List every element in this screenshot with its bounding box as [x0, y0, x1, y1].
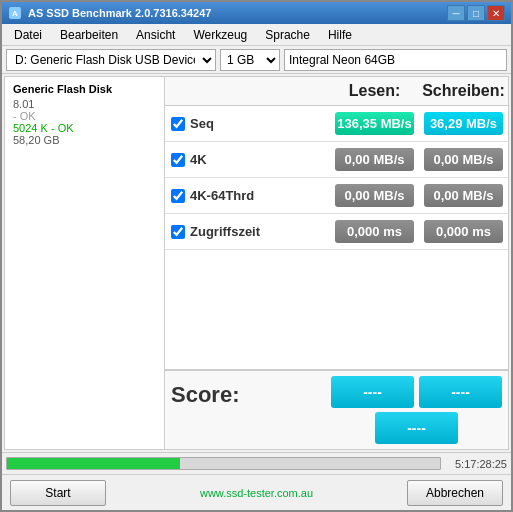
4k64-write-value: 0,00 MB/s	[424, 184, 503, 207]
maximize-button[interactable]: □	[467, 5, 485, 21]
bench-rows: Seq 136,35 MB/s 36,29 MB/s 4K	[165, 106, 508, 369]
svg-text:A: A	[12, 9, 18, 18]
device-version: 8.01	[13, 98, 156, 110]
access-read-value: 0,000 ms	[335, 220, 414, 243]
start-button[interactable]: Start	[10, 480, 106, 506]
title-bar: A AS SSD Benchmark 2.0.7316.34247 ─ □ ✕	[2, 2, 511, 24]
progress-time: 5:17:28:25	[447, 458, 507, 470]
menu-item-werkzeug[interactable]: Werkzeug	[185, 26, 255, 44]
label-input[interactable]	[284, 49, 507, 71]
4k64-checkbox[interactable]	[171, 189, 185, 203]
progress-bar-container	[6, 457, 441, 470]
device-size: 58,20 GB	[13, 134, 156, 146]
write-score: ----	[419, 376, 502, 408]
app-title: AS SSD Benchmark 2.0.7316.34247	[28, 7, 211, 19]
close-button[interactable]: ✕	[487, 5, 505, 21]
4k64-write-cell: 0,00 MB/s	[419, 181, 508, 210]
row-label-area: Seq	[165, 116, 330, 131]
status1: - OK	[13, 110, 156, 122]
menu-bar: DateiBearbeitenAnsichtWerkzeugSpracheHil…	[2, 24, 511, 46]
read-header: Lesen:	[330, 77, 419, 105]
total-score: ----	[375, 412, 457, 444]
table-row: 4K-64Thrd 0,00 MB/s 0,00 MB/s	[165, 178, 508, 214]
menu-item-sprache[interactable]: Sprache	[257, 26, 318, 44]
row-label: Seq	[190, 116, 214, 131]
score-label: Score:	[171, 376, 331, 406]
4k-read-cell: 0,00 MB/s	[330, 145, 419, 174]
row-label: Zugriffszeit	[190, 224, 260, 239]
row-label-area: 4K	[165, 152, 330, 167]
watermark: www.ssd-tester.com.au	[200, 487, 313, 499]
drive-select[interactable]: D: Generic Flash Disk USB Device	[6, 49, 216, 71]
row-label-area: Zugriffszeit	[165, 224, 330, 239]
seq-read-value: 136,35 MB/s	[335, 112, 414, 135]
4k64-read-cell: 0,00 MB/s	[330, 181, 419, 210]
score-bottom-row: ----	[331, 412, 502, 444]
toolbar: D: Generic Flash Disk USB Device 1 GB	[2, 46, 511, 74]
write-header: Schreiben:	[419, 77, 508, 105]
status2: 5024 K - OK	[13, 122, 156, 134]
4k-checkbox[interactable]	[171, 153, 185, 167]
score-section: Score: ---- ---- ----	[165, 369, 508, 449]
minimize-button[interactable]: ─	[447, 5, 465, 21]
bench-headers: Lesen: Schreiben:	[165, 77, 508, 106]
4k-read-value: 0,00 MB/s	[335, 148, 414, 171]
menu-item-datei[interactable]: Datei	[6, 26, 50, 44]
title-controls: ─ □ ✕	[447, 5, 505, 21]
row-label: 4K	[190, 152, 207, 167]
cancel-button[interactable]: Abbrechen	[407, 480, 503, 506]
access-read-cell: 0,000 ms	[330, 217, 419, 246]
access-checkbox[interactable]	[171, 225, 185, 239]
left-panel: Generic Flash Disk 8.01 - OK 5024 K - OK…	[5, 77, 165, 449]
bottom-bar: Start www.ssd-tester.com.au Abbrechen	[2, 474, 511, 510]
read-score: ----	[331, 376, 414, 408]
progress-row: 5:17:28:25	[2, 452, 511, 474]
seq-write-value: 36,29 MB/s	[424, 112, 503, 135]
seq-read-cell: 136,35 MB/s	[330, 109, 419, 138]
content-area: Generic Flash Disk 8.01 - OK 5024 K - OK…	[4, 76, 509, 450]
score-boxes: ---- ---- ----	[331, 376, 502, 444]
row-label: 4K-64Thrd	[190, 188, 254, 203]
progress-bar-fill	[7, 458, 180, 469]
menu-item-bearbeiten[interactable]: Bearbeiten	[52, 26, 126, 44]
4k64-read-value: 0,00 MB/s	[335, 184, 414, 207]
app-window: A AS SSD Benchmark 2.0.7316.34247 ─ □ ✕ …	[0, 0, 513, 512]
menu-item-hilfe[interactable]: Hilfe	[320, 26, 360, 44]
seq-write-cell: 36,29 MB/s	[419, 109, 508, 138]
device-name: Generic Flash Disk	[13, 83, 156, 95]
row-label-area: 4K-64Thrd	[165, 188, 330, 203]
4k-write-cell: 0,00 MB/s	[419, 145, 508, 174]
menu-item-ansicht[interactable]: Ansicht	[128, 26, 183, 44]
app-icon: A	[8, 6, 22, 20]
bench-area: Lesen: Schreiben: Seq 136,35 MB/s 36,29 …	[165, 77, 508, 449]
4k-write-value: 0,00 MB/s	[424, 148, 503, 171]
size-select[interactable]: 1 GB	[220, 49, 280, 71]
access-write-cell: 0,000 ms	[419, 217, 508, 246]
score-top-row: ---- ----	[331, 376, 502, 408]
seq-checkbox[interactable]	[171, 117, 185, 131]
table-row: Zugriffszeit 0,000 ms 0,000 ms	[165, 214, 508, 250]
table-row: Seq 136,35 MB/s 36,29 MB/s	[165, 106, 508, 142]
access-write-value: 0,000 ms	[424, 220, 503, 243]
table-row: 4K 0,00 MB/s 0,00 MB/s	[165, 142, 508, 178]
